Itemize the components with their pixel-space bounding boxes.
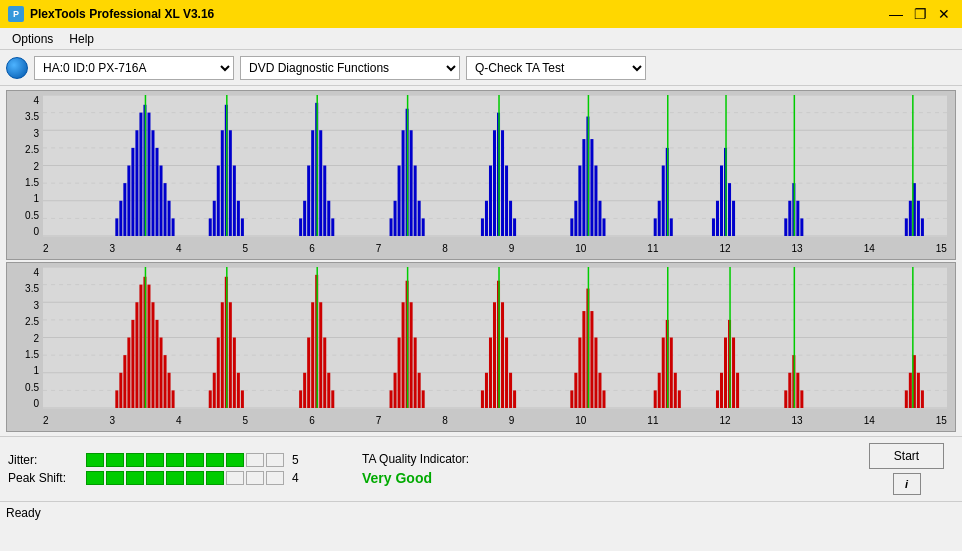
minimize-button[interactable]: —	[886, 6, 906, 22]
svg-rect-126	[213, 373, 216, 408]
svg-rect-146	[394, 373, 397, 408]
menu-help[interactable]: Help	[61, 30, 102, 48]
jitter-seg-8	[226, 453, 244, 467]
svg-rect-171	[594, 338, 597, 409]
svg-rect-14	[135, 130, 138, 236]
svg-rect-17	[147, 113, 150, 236]
toolbar: HA:0 ID:0 PX-716A DVD Diagnostic Functio…	[0, 50, 962, 86]
svg-rect-156	[485, 373, 488, 408]
svg-rect-36	[303, 201, 306, 236]
svg-rect-75	[654, 218, 657, 236]
top-chart: 4 3.5 3 2.5 2 1.5 1 0.5 0	[6, 90, 956, 260]
charts-area: 4 3.5 3 2.5 2 1.5 1 0.5 0	[0, 86, 962, 436]
peak-shift-meter	[86, 471, 284, 485]
top-chart-y-axis: 4 3.5 3 2.5 2 1.5 1 0.5 0	[7, 95, 43, 237]
restore-button[interactable]: ❐	[910, 6, 930, 22]
svg-rect-158	[493, 302, 496, 408]
jitter-seg-3	[126, 453, 144, 467]
jitter-meter	[86, 453, 284, 467]
svg-rect-10	[119, 201, 122, 236]
svg-rect-11	[123, 183, 126, 236]
svg-rect-165	[570, 390, 573, 408]
start-button[interactable]: Start	[869, 443, 944, 469]
jitter-row: Jitter: 5	[8, 453, 312, 467]
svg-rect-72	[598, 201, 601, 236]
svg-rect-152	[418, 373, 421, 408]
svg-rect-12	[127, 166, 130, 237]
svg-rect-143	[331, 390, 334, 408]
close-button[interactable]: ✕	[934, 6, 954, 22]
svg-rect-27	[217, 166, 220, 237]
svg-rect-176	[658, 373, 661, 408]
jitter-value: 5	[292, 453, 312, 467]
svg-rect-157	[489, 338, 492, 409]
svg-rect-172	[598, 373, 601, 408]
peak-seg-10	[266, 471, 284, 485]
svg-rect-35	[299, 218, 302, 236]
svg-rect-196	[905, 390, 908, 408]
svg-rect-82	[716, 201, 719, 236]
svg-rect-19	[155, 148, 158, 236]
svg-rect-26	[213, 201, 216, 236]
svg-rect-140	[319, 302, 322, 408]
ta-quality-value: Very Good	[362, 470, 469, 486]
test-select[interactable]: Q-Check TA Test	[466, 56, 646, 80]
peak-seg-2	[106, 471, 124, 485]
svg-rect-183	[716, 390, 719, 408]
svg-rect-30	[229, 130, 232, 236]
svg-rect-122	[168, 373, 171, 408]
drive-select[interactable]: HA:0 ID:0 PX-716A	[34, 56, 234, 80]
svg-rect-167	[578, 338, 581, 409]
svg-rect-92	[800, 218, 803, 236]
menu-options[interactable]: Options	[4, 30, 61, 48]
peak-seg-5	[166, 471, 184, 485]
svg-rect-98	[921, 218, 924, 236]
menu-bar: Options Help	[0, 28, 962, 50]
svg-rect-114	[135, 302, 138, 408]
svg-rect-142	[327, 373, 330, 408]
peak-seg-4	[146, 471, 164, 485]
svg-rect-15	[139, 113, 142, 236]
svg-rect-51	[414, 166, 417, 237]
svg-rect-66	[574, 201, 577, 236]
svg-rect-67	[578, 166, 581, 237]
title-bar: P PlexTools Professional XL V3.16 — ❐ ✕	[0, 0, 962, 28]
svg-rect-110	[119, 373, 122, 408]
peak-shift-label: Peak Shift:	[8, 471, 78, 485]
title-bar-controls: — ❐ ✕	[886, 6, 954, 22]
svg-rect-119	[155, 320, 158, 408]
svg-rect-123	[172, 390, 175, 408]
svg-rect-65	[570, 218, 573, 236]
svg-rect-61	[505, 166, 508, 237]
bottom-chart-svg	[43, 267, 947, 409]
svg-rect-175	[654, 390, 657, 408]
svg-rect-55	[481, 218, 484, 236]
svg-rect-50	[410, 130, 413, 236]
svg-rect-86	[732, 201, 735, 236]
svg-rect-46	[394, 201, 397, 236]
svg-rect-115	[139, 285, 142, 408]
svg-rect-125	[209, 390, 212, 408]
svg-rect-33	[241, 218, 244, 236]
svg-rect-38	[311, 130, 314, 236]
function-select[interactable]: DVD Diagnostic Functions	[240, 56, 460, 80]
svg-rect-52	[418, 201, 421, 236]
jitter-seg-10	[266, 453, 284, 467]
svg-rect-112	[127, 338, 130, 409]
peak-seg-6	[186, 471, 204, 485]
info-button[interactable]: i	[893, 473, 921, 495]
svg-rect-45	[390, 218, 393, 236]
svg-rect-179	[670, 338, 673, 409]
peak-seg-7	[206, 471, 224, 485]
title-bar-left: P PlexTools Professional XL V3.16	[8, 6, 214, 22]
svg-rect-37	[307, 166, 310, 237]
svg-rect-117	[147, 285, 150, 408]
jitter-seg-9	[246, 453, 264, 467]
svg-rect-42	[327, 201, 330, 236]
peak-shift-row: Peak Shift: 4	[8, 471, 312, 485]
svg-rect-187	[732, 338, 735, 409]
svg-rect-160	[501, 302, 504, 408]
drive-icon	[6, 57, 28, 79]
svg-rect-43	[331, 218, 334, 236]
svg-rect-70	[590, 139, 593, 236]
